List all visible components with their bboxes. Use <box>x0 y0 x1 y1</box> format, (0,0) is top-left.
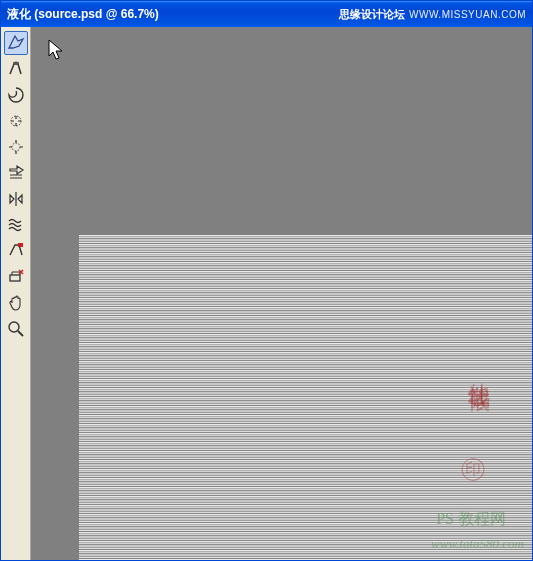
reconstruct-tool[interactable] <box>4 57 28 81</box>
window-title: 液化 (source.psd @ 66.7%) <box>7 6 159 23</box>
twirl-icon <box>7 86 25 104</box>
mirror-tool[interactable] <box>4 187 28 211</box>
svg-rect-3 <box>18 243 23 247</box>
freeze-mask-tool[interactable] <box>4 239 28 263</box>
mirror-icon <box>7 190 25 208</box>
freeze-mask-icon <box>7 242 25 260</box>
watermark-green-url: www.tata580.com <box>431 536 524 552</box>
liquify-toolbar <box>1 27 31 560</box>
hand-tool[interactable] <box>4 291 28 315</box>
hand-icon <box>7 294 25 312</box>
pucker-tool[interactable] <box>4 109 28 133</box>
thaw-mask-tool[interactable] <box>4 265 28 289</box>
svg-point-0 <box>13 62 19 65</box>
brand-url: WWW.MISSYUAN.COM <box>409 9 526 20</box>
thaw-mask-icon <box>7 268 25 286</box>
content-area: 他让我等依 ㊞ PS 教程网 www.tata580.com <box>1 27 532 560</box>
bloat-tool[interactable] <box>4 135 28 159</box>
svg-point-2 <box>12 143 20 151</box>
zoom-tool[interactable] <box>4 317 28 341</box>
watermark-red-text: 他让我等依 <box>464 365 494 375</box>
document-canvas[interactable]: 他让我等依 ㊞ PS 教程网 www.tata580.com <box>79 235 532 560</box>
svg-point-5 <box>9 322 19 332</box>
forward-warp-tool[interactable] <box>4 31 28 55</box>
turbulence-icon <box>7 216 25 234</box>
pucker-icon <box>7 112 25 130</box>
watermark-green-text: PS 教程网 <box>436 509 506 530</box>
twirl-tool[interactable] <box>4 83 28 107</box>
mouse-cursor-icon <box>48 39 68 63</box>
zoom-icon <box>7 320 25 338</box>
push-left-icon <box>7 164 25 182</box>
liquify-window: 液化 (source.psd @ 66.7%) 思缘设计论坛 WWW.MISSY… <box>0 0 533 561</box>
turbulence-tool[interactable] <box>4 213 28 237</box>
push-left-tool[interactable] <box>4 161 28 185</box>
watermark-seal-icon: ㊞ <box>456 451 490 485</box>
svg-rect-4 <box>10 275 20 281</box>
reconstruct-icon <box>7 60 25 78</box>
bloat-icon <box>7 138 25 156</box>
forward-warp-icon <box>7 34 25 52</box>
canvas-viewport[interactable]: 他让我等依 ㊞ PS 教程网 www.tata580.com <box>31 27 532 560</box>
brand-text: 思缘设计论坛 <box>339 7 405 22</box>
titlebar[interactable]: 液化 (source.psd @ 66.7%) 思缘设计论坛 WWW.MISSY… <box>1 1 532 27</box>
